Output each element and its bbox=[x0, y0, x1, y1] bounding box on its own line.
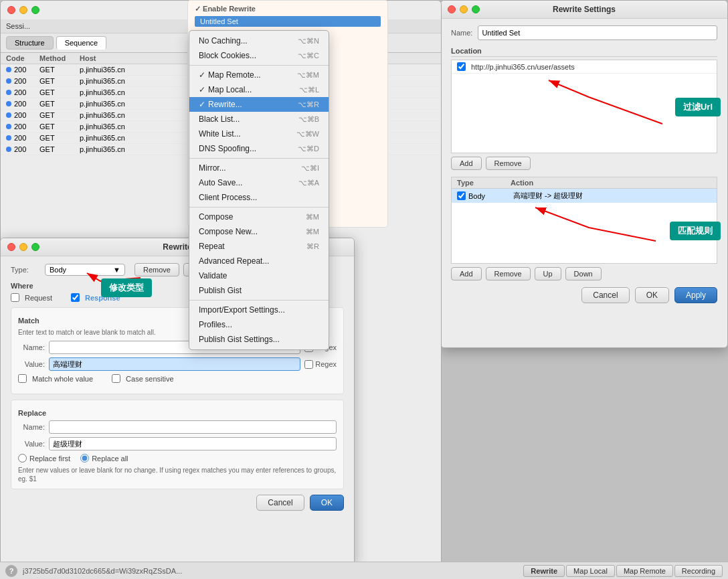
menu-mirror[interactable]: Mirror... ⌥⌘I bbox=[189, 161, 329, 175]
replace-section: Replace Name: Value: Replace first Repla… bbox=[11, 400, 344, 489]
rewrite-close-btn[interactable] bbox=[7, 243, 15, 251]
type-select[interactable]: Body ▼ bbox=[45, 264, 125, 276]
enable-rewrite-item[interactable]: Untitled Set bbox=[195, 16, 381, 27]
cancel-editor-btn[interactable]: Cancel bbox=[256, 495, 304, 511]
location-section-label: Location bbox=[451, 47, 717, 57]
rule-checkbox[interactable] bbox=[457, 191, 466, 200]
add-location-btn[interactable]: Add bbox=[451, 157, 482, 170]
charles-minimize-btn[interactable] bbox=[19, 6, 27, 14]
menu-white-list[interactable]: White List... ⌥⌘W bbox=[189, 127, 329, 141]
minimize-button[interactable] bbox=[460, 5, 468, 13]
request-label: Request bbox=[25, 294, 52, 302]
rules-table: Type Action Body 高端理财 -> 超级理财 bbox=[451, 177, 717, 264]
menu-import-export[interactable]: Import/Export Settings... bbox=[189, 303, 329, 317]
menu-map-remote[interactable]: ✓ Map Remote... ⌥⌘M bbox=[189, 68, 329, 82]
menu-black-list[interactable]: Black List... ⌥⌘B bbox=[189, 112, 329, 127]
status-bar: ? j3725b5d7d0d3102dc665&d=Wi39zxRqZSsDA.… bbox=[0, 562, 728, 579]
maximize-button[interactable] bbox=[472, 5, 480, 13]
traffic-lights bbox=[448, 5, 480, 13]
request-checkbox[interactable] bbox=[11, 293, 19, 302]
rewrite-minimize-btn[interactable] bbox=[19, 243, 27, 251]
remove-rule-btn[interactable]: Remove bbox=[486, 267, 531, 280]
replace-first-label[interactable]: Replace first bbox=[18, 454, 70, 463]
response-checkbox[interactable] bbox=[71, 293, 80, 302]
replace-value-row: Value: bbox=[18, 437, 337, 450]
recording-status-btn[interactable]: Recording bbox=[674, 565, 723, 577]
match-value-label: Value: bbox=[18, 360, 45, 368]
menu-repeat[interactable]: Repeat ⌘R bbox=[189, 239, 329, 254]
match-whole-checkbox[interactable] bbox=[18, 374, 27, 383]
menu-advanced-repeat[interactable]: Advanced Repeat... bbox=[189, 254, 329, 268]
rewrite-settings-titlebar: Rewrite Settings bbox=[441, 1, 727, 19]
menu-publish-gist-settings[interactable]: Publish Gist Settings... bbox=[189, 332, 329, 347]
location-checkbox[interactable] bbox=[457, 62, 466, 71]
ok-editor-btn[interactable]: OK bbox=[310, 495, 344, 511]
rule-action: 高端理财 -> 超级理财 bbox=[513, 191, 711, 201]
cancel-settings-btn[interactable]: Cancel bbox=[581, 287, 629, 303]
replace-first-radio[interactable] bbox=[18, 454, 27, 463]
charles-close-btn[interactable] bbox=[7, 6, 15, 14]
match-value-row: Value: Regex bbox=[18, 357, 337, 371]
match-whole-label: Match whole value bbox=[32, 375, 93, 383]
tab-structure[interactable]: Structure bbox=[6, 36, 54, 50]
type-label: Type: bbox=[11, 266, 41, 274]
add-rule-btn[interactable]: Add bbox=[451, 267, 482, 280]
rewrite-settings-body: Name: Location http://p.jinhui365.cn/use… bbox=[441, 19, 727, 310]
remove-location-btn[interactable]: Remove bbox=[486, 157, 531, 170]
value-regex-check: Regex bbox=[304, 360, 337, 369]
dropdown-menu: No Caching... ⌥⌘N Block Cookies... ⌥⌘C ✓… bbox=[189, 30, 329, 350]
ok-settings-btn[interactable]: OK bbox=[635, 287, 669, 303]
menu-client-process[interactable]: Client Process... bbox=[189, 190, 329, 205]
col-method: Method bbox=[39, 54, 80, 62]
menu-dns-spoofing[interactable]: DNS Spoofing... ⌥⌘D bbox=[189, 141, 329, 156]
replace-hint: Enter new values or leave blank for no c… bbox=[18, 466, 337, 483]
menu-map-local[interactable]: ✓ Map Local... ⌥⌘L bbox=[189, 82, 329, 97]
replace-value-input[interactable] bbox=[49, 437, 337, 450]
menu-compose-new[interactable]: Compose New... ⌘M bbox=[189, 224, 329, 239]
close-button[interactable] bbox=[448, 5, 456, 13]
location-row: http://p.jinhui365.cn/user/assets bbox=[452, 60, 717, 74]
name-input[interactable] bbox=[478, 25, 717, 40]
case-sensitive-label: Case sensitive bbox=[126, 375, 174, 383]
menu-profiles[interactable]: Profiles... bbox=[189, 317, 329, 332]
apply-settings-btn[interactable]: Apply bbox=[674, 287, 717, 303]
map-remote-status-btn[interactable]: Map Remote bbox=[616, 565, 673, 577]
editor-btn-row: Cancel OK bbox=[11, 495, 344, 511]
status-buttons: Rewrite Map Local Map Remote Recording bbox=[523, 565, 723, 577]
tab-sequence[interactable]: Sequence bbox=[56, 36, 107, 50]
rewrite-settings-window: Rewrite Settings Name: Location http://p… bbox=[440, 0, 728, 348]
menu-auto-save[interactable]: Auto Save... ⌥⌘A bbox=[189, 175, 329, 190]
up-btn[interactable]: Up bbox=[535, 267, 561, 280]
rewrite-maximize-btn[interactable] bbox=[31, 243, 39, 251]
match-options-row: Match whole value Case sensitive bbox=[18, 374, 337, 383]
settings-btn-row: Cancel OK Apply bbox=[451, 287, 717, 303]
help-icon[interactable]: ? bbox=[5, 565, 17, 577]
menu-no-caching[interactable]: No Caching... ⌥⌘N bbox=[189, 33, 329, 48]
match-value-input[interactable] bbox=[49, 357, 300, 371]
case-sensitive-checkbox[interactable] bbox=[112, 374, 120, 383]
value-regex-checkbox[interactable] bbox=[304, 360, 313, 369]
col-host: Host bbox=[80, 54, 180, 62]
down-btn[interactable]: Down bbox=[565, 267, 602, 280]
menu-block-cookies[interactable]: Block Cookies... ⌥⌘C bbox=[189, 48, 329, 63]
rules-btn-row: Add Remove Up Down bbox=[451, 267, 717, 280]
rewrite-editor-traffic-lights bbox=[7, 243, 39, 251]
replace-name-row: Name: bbox=[18, 420, 337, 434]
rules-type-header: Type bbox=[457, 179, 511, 187]
menu-compose[interactable]: Compose ⌘M bbox=[189, 210, 329, 224]
rewrite-status-btn[interactable]: Rewrite bbox=[523, 565, 565, 577]
menu-validate[interactable]: Validate bbox=[189, 268, 329, 283]
replace-radio-row: Replace first Replace all bbox=[18, 454, 337, 463]
rules-row[interactable]: Body 高端理财 -> 超级理财 bbox=[452, 189, 717, 203]
location-btn-row: Add Remove bbox=[451, 157, 717, 170]
replace-all-label[interactable]: Replace all bbox=[80, 454, 128, 463]
replace-name-input[interactable] bbox=[49, 420, 337, 434]
replace-all-radio[interactable] bbox=[80, 454, 89, 463]
name-row: Name: bbox=[451, 25, 717, 40]
map-local-status-btn[interactable]: Map Local bbox=[566, 565, 615, 577]
replace-value-label: Value: bbox=[18, 440, 45, 448]
menu-rewrite[interactable]: ✓ Rewrite... ⌥⌘R bbox=[189, 97, 329, 112]
remove-btn[interactable]: Remove bbox=[134, 263, 179, 276]
charles-maximize-btn[interactable] bbox=[31, 6, 39, 14]
menu-publish-gist[interactable]: Publish Gist bbox=[189, 283, 329, 298]
